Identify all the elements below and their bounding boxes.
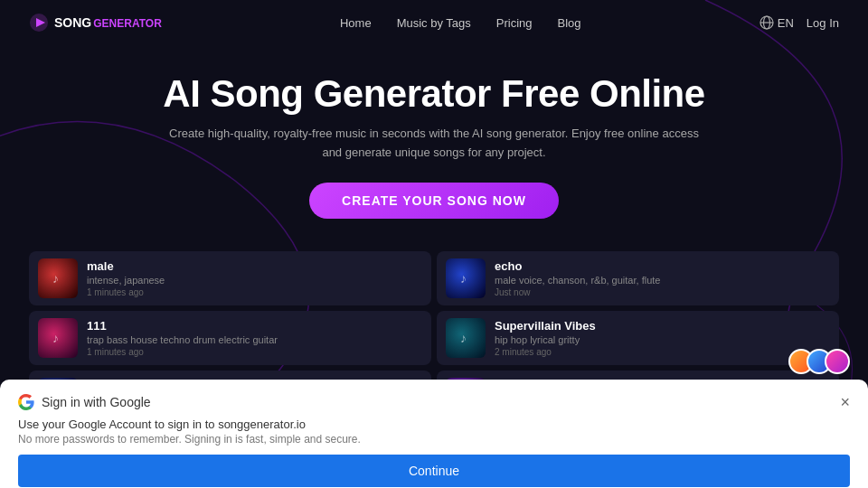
song-info: maleintense, japanese1 minutes ago	[87, 259, 422, 297]
song-tags: male voice, chanson, r&b, guitar, flute	[495, 275, 830, 286]
lang-selector[interactable]: EN	[760, 15, 794, 30]
song-info: echomale voice, chanson, r&b, guitar, fl…	[495, 259, 830, 297]
svg-text:♪: ♪	[460, 271, 467, 286]
google-icon	[18, 394, 34, 410]
nav-blog[interactable]: Blog	[558, 16, 581, 30]
google-desc1: Use your Google Account to sign in to so…	[18, 418, 850, 431]
song-time: 1 minutes ago	[87, 287, 422, 297]
navbar: SONGGENERATOR Home Music by Tags Pricing…	[0, 0, 868, 45]
svg-text:♪: ♪	[52, 331, 59, 345]
hero-title: AI Song Generator Free Online	[18, 72, 850, 116]
nav-music-by-tags[interactable]: Music by Tags	[397, 16, 471, 30]
hero-subtitle: Create high-quality, royalty-free music …	[18, 125, 850, 163]
google-signin-label: Sign in with Google	[42, 395, 151, 409]
song-thumbnail: ♪	[38, 318, 78, 358]
google-signin-modal: Sign in with Google × Use your Google Ac…	[0, 380, 868, 488]
modal-header: Sign in with Google ×	[18, 394, 850, 410]
navbar-right: EN Log In	[760, 15, 839, 30]
song-title: male	[87, 259, 422, 273]
avatar-3	[825, 349, 850, 374]
google-continue-button[interactable]: Continue	[18, 455, 850, 487]
svg-text:♪: ♪	[52, 271, 59, 286]
nav-pricing[interactable]: Pricing	[496, 16, 533, 30]
song-thumbnail: ♪	[446, 258, 486, 298]
song-card[interactable]: ♪echomale voice, chanson, r&b, guitar, f…	[437, 251, 839, 305]
song-time: 2 minutes ago	[495, 347, 830, 357]
song-thumbnail: ♪	[446, 318, 486, 358]
song-tags: intense, japanese	[87, 275, 422, 286]
create-song-button[interactable]: CREATE YOUR SONG NOW	[309, 183, 559, 219]
google-desc2: No more passwords to remember. Signing i…	[18, 433, 850, 446]
logo-text: SONGGENERATOR	[54, 14, 162, 31]
song-thumbnail: ♪	[38, 258, 78, 298]
song-info: Supervillain Vibeship hop lyrical gritty…	[495, 319, 830, 357]
song-time: 1 minutes ago	[87, 347, 422, 357]
song-time: Just now	[495, 287, 830, 297]
song-title: Supervillain Vibes	[495, 319, 830, 333]
google-avatars	[796, 349, 850, 374]
song-card[interactable]: ♪maleintense, japanese1 minutes ago	[29, 251, 431, 305]
nav-links: Home Music by Tags Pricing Blog	[340, 16, 581, 30]
song-card[interactable]: ♪Supervillain Vibeship hop lyrical gritt…	[437, 311, 839, 365]
song-title: 111	[87, 319, 422, 333]
song-card[interactable]: ♪111trap bass house techno drum electric…	[29, 311, 431, 365]
logo[interactable]: SONGGENERATOR	[29, 13, 162, 33]
hero-section: AI Song Generator Free Online Create hig…	[0, 45, 868, 237]
modal-close-button[interactable]: ×	[840, 394, 850, 410]
logo-icon	[29, 13, 49, 33]
song-tags: trap bass house techno drum electric gui…	[87, 334, 422, 345]
song-tags: hip hop lyrical gritty	[495, 334, 830, 345]
login-button[interactable]: Log In	[807, 16, 839, 30]
song-info: 111trap bass house techno drum electric …	[87, 319, 422, 357]
svg-text:♪: ♪	[460, 331, 467, 345]
google-signin-row: Sign in with Google	[18, 394, 151, 410]
globe-icon	[760, 15, 774, 30]
song-title: echo	[495, 259, 830, 273]
nav-home[interactable]: Home	[340, 16, 372, 30]
